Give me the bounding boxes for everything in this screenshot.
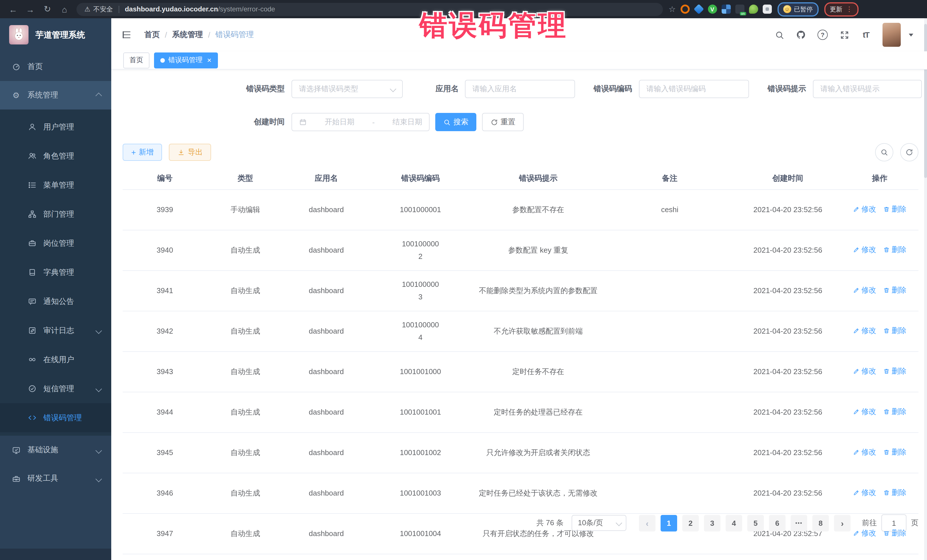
dashboard-icon bbox=[11, 62, 21, 71]
toggle-search-icon[interactable] bbox=[875, 143, 894, 161]
error-code-input[interactable]: 请输入错误码编码 bbox=[639, 80, 749, 98]
sidebar-submenu: 用户管理角色管理菜单管理部门管理岗位管理字典管理通知公告审计日志在线用户短信管理… bbox=[0, 109, 111, 436]
error-hint-input[interactable]: 请输入错误码提示 bbox=[813, 80, 922, 98]
announcement-icon bbox=[27, 297, 36, 306]
page-button-4[interactable]: 4 bbox=[726, 514, 742, 531]
reset-button[interactable]: 重置 bbox=[482, 113, 524, 131]
sidebar-item-11[interactable]: 短信管理 bbox=[0, 374, 111, 403]
page-button-2[interactable]: 2 bbox=[682, 514, 699, 531]
table-header-row: 编号类型应用名错误码编码错误码提示备注创建时间操作 bbox=[123, 168, 918, 190]
cell-0: 3939 bbox=[123, 203, 207, 216]
fullscreen-icon[interactable] bbox=[839, 30, 849, 40]
edit-link[interactable]: 修改 bbox=[853, 405, 876, 418]
sidebar-item-label: 首页 bbox=[27, 62, 43, 72]
pagination: 共 76 条 10条/页 ‹ 123456•••8 › 前往 1 页 bbox=[123, 514, 918, 531]
extension-vue-devtools-icon[interactable]: V bbox=[708, 5, 717, 14]
cell-2: dashboard bbox=[284, 406, 369, 419]
user-avatar[interactable] bbox=[883, 23, 901, 47]
delete-link[interactable]: 删除 bbox=[883, 243, 906, 256]
browser-menu-dots-icon[interactable]: ⋮ bbox=[846, 6, 853, 12]
delete-link[interactable]: 删除 bbox=[883, 203, 906, 216]
page-button-8[interactable]: 8 bbox=[812, 514, 829, 531]
sidebar-item-2[interactable]: 用户管理 bbox=[0, 112, 111, 141]
security-chip[interactable]: ⚠ 不安全 bbox=[84, 5, 113, 14]
sidebar-item-1[interactable]: ⚙系统管理 bbox=[0, 81, 111, 109]
page-button-3[interactable]: 3 bbox=[704, 514, 720, 531]
avatar-caret-icon[interactable] bbox=[909, 33, 913, 36]
breadcrumb-item-0[interactable]: 首页 bbox=[144, 30, 160, 40]
extension-blue-gem-icon[interactable] bbox=[693, 4, 704, 14]
sidebar-item-5[interactable]: 部门管理 bbox=[0, 200, 111, 229]
close-icon[interactable]: × bbox=[207, 56, 211, 64]
help-icon[interactable]: ? bbox=[818, 30, 828, 40]
extension-orange-ring-icon[interactable] bbox=[680, 5, 689, 14]
sidebar-item-12[interactable]: 错误码管理 bbox=[0, 403, 111, 432]
github-icon[interactable] bbox=[796, 30, 806, 40]
delete-link[interactable]: 删除 bbox=[883, 446, 906, 458]
tab-1[interactable]: 错误码管理× bbox=[154, 52, 217, 68]
sidebar-item-3[interactable]: 角色管理 bbox=[0, 141, 111, 170]
page-size-select[interactable]: 10条/页 bbox=[571, 515, 626, 531]
page-button-5[interactable]: 5 bbox=[747, 514, 764, 531]
error-type-select[interactable]: 请选择错误码类型 bbox=[292, 80, 403, 98]
browser-update-button[interactable]: 更新 ⋮ bbox=[824, 2, 858, 16]
home-icon[interactable]: ⌂ bbox=[56, 4, 73, 14]
extension-grid-icon[interactable] bbox=[721, 5, 731, 14]
extension-on-badge-icon[interactable]: on bbox=[735, 5, 744, 14]
chevron-up-icon bbox=[96, 91, 101, 100]
scrollbar-thumb[interactable] bbox=[924, 24, 927, 178]
sidebar-item-9[interactable]: 审计日志 bbox=[0, 316, 111, 345]
prev-page-button[interactable]: ‹ bbox=[639, 514, 655, 531]
profile-paused-badge[interactable]: ☺ 已暂停 bbox=[777, 2, 818, 16]
delete-link[interactable]: 删除 bbox=[883, 365, 906, 378]
breadcrumb-item-2: 错误码管理 bbox=[215, 30, 254, 40]
bookmark-star-icon[interactable]: ☆ bbox=[669, 5, 676, 14]
sidebar-item-6[interactable]: 岗位管理 bbox=[0, 229, 111, 258]
page-button-1[interactable]: 1 bbox=[661, 514, 677, 531]
search-button[interactable]: 搜索 bbox=[435, 113, 476, 131]
edit-link[interactable]: 修改 bbox=[853, 325, 876, 337]
address-bar[interactable]: ⚠ 不安全 dashboard.yudao.iocoder.cn/system/… bbox=[76, 3, 663, 16]
sidebar-logo-row[interactable]: 芋道管理系统 bbox=[0, 18, 111, 51]
forward-icon[interactable]: → bbox=[22, 4, 39, 14]
edit-link[interactable]: 修改 bbox=[853, 203, 876, 216]
search-icon[interactable] bbox=[774, 30, 784, 40]
sidebar-toggle-icon[interactable] bbox=[122, 30, 132, 40]
cell-actions: 修改删除 bbox=[841, 446, 918, 460]
chevron-down-icon bbox=[96, 326, 101, 335]
edit-link[interactable]: 修改 bbox=[853, 365, 876, 378]
edit-link[interactable]: 修改 bbox=[853, 284, 876, 296]
sidebar-item-10[interactable]: 在线用户 bbox=[0, 345, 111, 374]
app-name-input[interactable]: 请输入应用名 bbox=[465, 80, 575, 98]
page-button-6[interactable]: 6 bbox=[769, 514, 786, 531]
tab-0[interactable]: 首页 bbox=[123, 52, 149, 68]
sidebar-item-7[interactable]: 字典管理 bbox=[0, 258, 111, 287]
delete-link[interactable]: 删除 bbox=[883, 284, 906, 296]
font-size-icon[interactable]: tT bbox=[861, 30, 871, 40]
edit-link[interactable]: 修改 bbox=[853, 446, 876, 458]
next-page-button[interactable]: › bbox=[834, 514, 851, 531]
delete-link[interactable]: 删除 bbox=[883, 405, 906, 418]
sidebar-item-14[interactable]: 研发工具 bbox=[0, 464, 111, 493]
page-ellipsis[interactable]: ••• bbox=[791, 514, 807, 531]
extension-green-sprout-icon[interactable] bbox=[749, 5, 758, 14]
breadcrumb-item-1[interactable]: 系统管理 bbox=[172, 30, 203, 40]
back-icon[interactable]: ← bbox=[5, 4, 22, 14]
add-button[interactable]: + 新增 bbox=[123, 144, 162, 161]
delete-link[interactable]: 删除 bbox=[883, 325, 906, 337]
sidebar-item-4[interactable]: 菜单管理 bbox=[0, 170, 111, 200]
edit-link[interactable]: 修改 bbox=[853, 243, 876, 256]
page-scrollbar[interactable] bbox=[924, 18, 927, 560]
delete-link[interactable]: 删除 bbox=[883, 486, 906, 499]
sidebar-collapse-bar[interactable] bbox=[0, 549, 111, 560]
export-button[interactable]: 导出 bbox=[169, 144, 211, 161]
reload-icon[interactable]: ↻ bbox=[39, 4, 56, 14]
date-range-picker[interactable]: 开始日期 - 结束日期 bbox=[292, 113, 430, 131]
refresh-table-icon[interactable] bbox=[900, 143, 918, 161]
sidebar-item-0[interactable]: 首页 bbox=[0, 52, 111, 81]
sidebar-item-13[interactable]: 基础设施 bbox=[0, 436, 111, 464]
sidebar-item-8[interactable]: 通知公告 bbox=[0, 287, 111, 316]
edit-link[interactable]: 修改 bbox=[853, 486, 876, 499]
extensions-puzzle-icon[interactable] bbox=[763, 5, 772, 14]
goto-page-input[interactable]: 1 bbox=[881, 514, 906, 531]
